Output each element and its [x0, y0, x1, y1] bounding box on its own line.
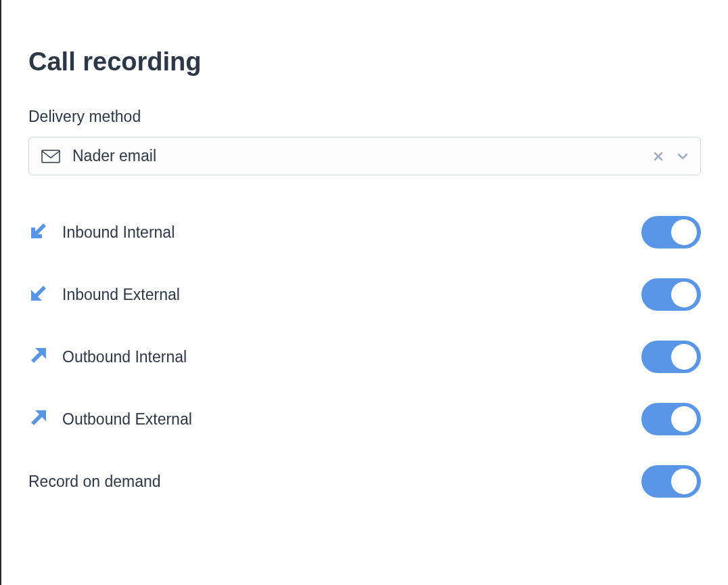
toggle-knob — [671, 469, 697, 494]
delivery-method-select[interactable]: Nader email — [28, 137, 701, 175]
inbound-external-label: Inbound External — [62, 286, 641, 304]
inbound-internal-label: Inbound Internal — [62, 223, 641, 242]
inbound-arrow-icon — [28, 283, 49, 303]
outbound-arrow-icon — [28, 345, 49, 366]
outbound-external-row: Outbound External — [28, 388, 701, 450]
outbound-external-toggle[interactable] — [641, 403, 701, 435]
page-title: Call recording — [28, 47, 701, 77]
toggle-knob — [671, 344, 697, 370]
record-on-demand-row: Record on demand — [28, 450, 701, 513]
inbound-external-row: Inbound External — [28, 263, 701, 326]
toggle-knob — [671, 406, 697, 432]
toggle-knob — [671, 219, 697, 245]
outbound-internal-row: Outbound Internal — [28, 326, 701, 388]
chevron-down-icon[interactable] — [677, 153, 688, 160]
svg-rect-0 — [42, 150, 60, 162]
record-on-demand-label: Record on demand — [28, 473, 641, 491]
clear-icon[interactable] — [653, 151, 664, 162]
outbound-internal-label: Outbound Internal — [62, 348, 641, 366]
inbound-external-toggle[interactable] — [641, 278, 701, 311]
delivery-method-value: Nader email — [72, 147, 653, 165]
toggle-knob — [671, 282, 697, 307]
inbound-internal-row: Inbound Internal — [28, 201, 701, 263]
record-on-demand-toggle[interactable] — [641, 465, 701, 498]
envelope-icon — [41, 150, 60, 163]
delivery-method-label: Delivery method — [28, 108, 701, 126]
outbound-arrow-icon — [28, 408, 49, 428]
outbound-external-label: Outbound External — [62, 410, 641, 429]
inbound-arrow-icon — [28, 221, 49, 241]
inbound-internal-toggle[interactable] — [641, 216, 701, 248]
outbound-internal-toggle[interactable] — [641, 341, 701, 373]
